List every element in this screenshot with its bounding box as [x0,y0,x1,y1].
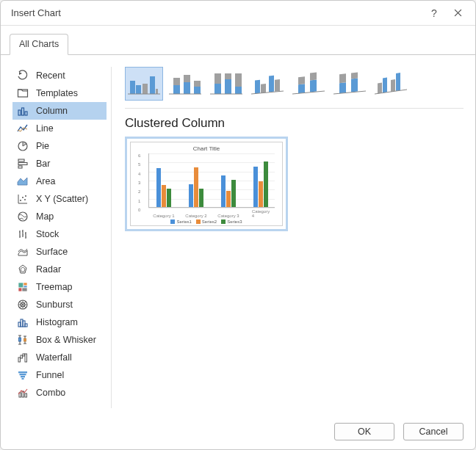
sidebar-item-funnel[interactable]: Funnel [12,366,107,384]
sidebar-item-box-whisker[interactable]: Box & Whisker [12,331,107,349]
tab-all-charts[interactable]: All Charts [10,34,68,55]
close-button[interactable] [446,3,469,23]
sidebar-item-label: Waterfall [36,352,72,363]
subtype-clustered-column[interactable] [125,67,163,101]
svg-rect-40 [136,85,141,94]
svg-rect-16 [24,283,27,286]
svg-rect-34 [21,376,25,377]
pie-icon [17,140,29,152]
svg-rect-43 [156,89,158,94]
sidebar-item-line[interactable]: Line [12,120,107,137]
svg-rect-69 [339,82,346,93]
preview-legend: Series1 Series2 Series3 [135,219,278,224]
insert-chart-dialog: Insert Chart ? All Charts Recent [0,0,476,450]
svg-rect-72 [351,73,358,79]
svg-rect-25 [25,324,27,327]
sidebar-item-waterfall[interactable]: Waterfall [12,349,107,366]
sidebar-item-label: Area [36,176,55,186]
svg-rect-30 [23,354,25,356]
chart-preview: Chart Title 0123456Category 1Category 2C… [130,142,283,226]
sidebar-item-pie[interactable]: Pie [12,137,107,155]
subtype-title: Clustered Column [125,116,464,131]
svg-marker-14 [21,267,25,272]
svg-rect-28 [18,358,21,362]
sidebar-item-label: Sunburst [36,300,73,310]
svg-rect-74 [378,83,382,94]
sidebar-item-templates[interactable]: Templates [12,84,107,102]
cancel-button[interactable]: Cancel [403,423,464,440]
svg-rect-75 [383,78,387,93]
combo-icon [17,387,29,399]
sidebar-item-label: Recent [36,70,65,81]
column-icon [17,105,29,117]
svg-rect-1 [18,110,21,115]
subtype-100-stacked-column[interactable] [207,67,245,101]
svg-rect-77 [396,73,400,91]
sunburst-icon [17,299,29,311]
map-icon [17,211,29,222]
svg-rect-29 [21,355,23,358]
sidebar-item-label: Treemap [36,282,73,292]
subtype-3d-100-stacked-column[interactable] [331,67,369,101]
sidebar-item-label: X Y (Scatter) [36,194,88,204]
sidebar-item-surface[interactable]: Surface [12,243,107,261]
svg-rect-59 [255,80,260,94]
surface-icon [17,246,29,258]
dialog-footer: OK Cancel [1,414,475,449]
legend-label: Series1 [176,219,191,224]
svg-rect-41 [143,84,148,94]
sidebar-item-combo[interactable]: Combo [12,384,107,402]
help-button[interactable]: ? [422,3,446,23]
svg-rect-39 [130,81,135,94]
dialog-body: Recent Templates Column Line [1,55,475,414]
sidebar-item-column[interactable]: Column [12,102,107,120]
templates-icon [17,87,29,99]
svg-point-10 [24,199,26,200]
help-icon: ? [431,7,437,19]
sidebar-item-scatter[interactable]: X Y (Scatter) [12,190,107,208]
sidebar-item-label: Stock [36,229,59,239]
svg-rect-47 [184,82,190,94]
svg-rect-54 [225,79,231,94]
svg-rect-48 [184,75,190,82]
legend-label: Series2 [202,219,217,224]
main-panel: Clustered Column Chart Title 0123456Cate… [125,67,464,408]
waterfall-icon [17,352,29,363]
titlebar: Insert Chart ? [1,1,475,26]
subtype-stacked-column[interactable] [166,67,204,101]
sidebar-item-label: Bar [36,159,50,169]
svg-rect-60 [261,84,266,93]
svg-rect-27 [24,338,26,341]
subtype-3d-clustered-column[interactable] [248,67,286,101]
sidebar-item-treemap[interactable]: Treemap [12,278,107,296]
sidebar-item-histogram[interactable]: Histogram [12,313,107,331]
sidebar-item-stock[interactable]: Stock [12,225,107,243]
sidebar-item-label: Pie [36,141,49,151]
subtype-3d-stacked-column[interactable] [289,67,328,101]
svg-rect-35 [22,378,24,380]
sidebar-item-sunburst[interactable]: Sunburst [12,296,107,313]
sidebar-item-bar[interactable]: Bar [12,155,107,173]
stock-icon [17,228,29,240]
sidebar-item-label: Column [36,106,68,116]
sidebar-item-label: Line [36,123,54,134]
sidebar-item-map[interactable]: Map [12,208,107,225]
sidebar-item-label: Box & Whisker [36,335,96,345]
bar-icon [17,158,29,170]
svg-rect-52 [214,84,221,94]
sidebar-item-label: Templates [36,88,78,98]
ok-button[interactable]: OK [334,423,394,440]
subtype-3d-column[interactable] [372,67,410,101]
sidebar-item-radar[interactable]: Radar [12,261,107,278]
svg-rect-7 [18,166,22,168]
sidebar-item-recent[interactable]: Recent [12,67,107,84]
radar-icon [17,264,29,275]
svg-rect-49 [194,87,201,94]
chart-preview-tile[interactable]: Chart Title 0123456Category 1Category 2C… [125,137,288,231]
sidebar-item-label: Histogram [36,317,78,327]
sidebar-item-area[interactable]: Area [12,173,107,190]
svg-rect-70 [339,73,346,83]
area-icon [17,175,29,187]
sidebar-item-label: Radar [36,264,61,275]
svg-rect-56 [235,87,242,94]
